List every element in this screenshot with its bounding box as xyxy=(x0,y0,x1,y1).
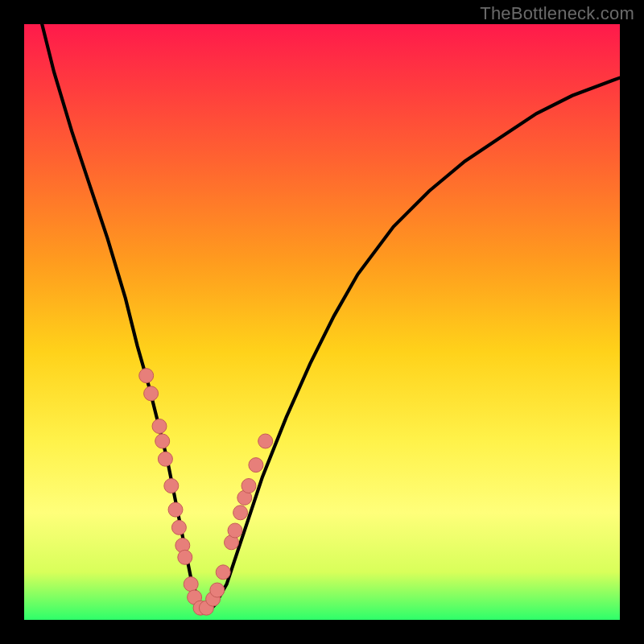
marker-dot xyxy=(184,577,198,592)
watermark-text: TheBottleneck.com xyxy=(480,3,634,24)
marker-dot xyxy=(152,419,167,434)
bottleneck-curve xyxy=(42,24,620,611)
marker-dot xyxy=(158,452,172,466)
chart-frame: TheBottleneck.com xyxy=(0,0,644,644)
marker-dot xyxy=(178,550,192,564)
marker-dot xyxy=(228,523,242,538)
marker-dot xyxy=(144,386,159,401)
marker-dot xyxy=(249,458,263,473)
curve-svg xyxy=(24,24,620,620)
curve-markers xyxy=(139,369,273,616)
marker-dot xyxy=(233,506,248,520)
marker-dot xyxy=(168,502,183,517)
marker-dot xyxy=(139,369,154,383)
marker-dot xyxy=(242,479,256,493)
marker-dot xyxy=(155,434,170,448)
marker-dot xyxy=(210,583,225,597)
marker-dot xyxy=(171,520,186,535)
marker-dot xyxy=(164,479,179,493)
marker-dot xyxy=(216,565,230,580)
plot-area xyxy=(24,24,620,620)
marker-dot xyxy=(258,434,273,448)
